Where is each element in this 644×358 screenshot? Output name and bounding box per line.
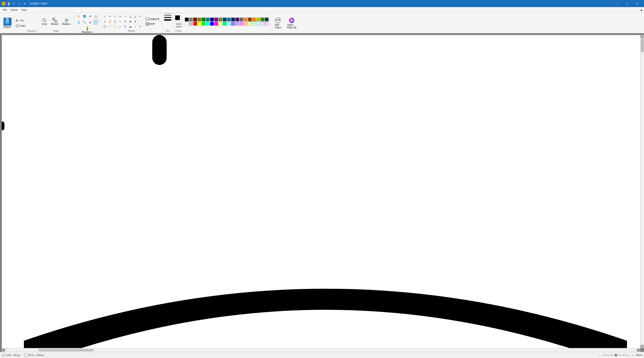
canvas[interactable]: [2, 35, 640, 348]
palette-color[interactable]: [218, 22, 222, 26]
palette-color[interactable]: [214, 22, 218, 26]
size-1-btn[interactable]: [164, 14, 171, 14]
select-tool[interactable]: ⬚: [94, 20, 99, 25]
rotate-button[interactable]: Rotate ▾: [61, 16, 72, 27]
more-shapes-btn[interactable]: ▾: [138, 14, 143, 19]
scroll-down-btn[interactable]: ▼: [640, 345, 644, 348]
palette-color[interactable]: [185, 22, 189, 26]
palette-color[interactable]: [265, 22, 269, 26]
pentagon-shape[interactable]: ⬠: [108, 19, 112, 24]
ellipse-shape[interactable]: ○: [123, 14, 128, 19]
cross-shape[interactable]: ✕: [123, 24, 128, 29]
qa-dropdown-btn[interactable]: ▾: [22, 1, 27, 6]
right-triangle-shape[interactable]: ◺: [133, 14, 138, 19]
note-shape[interactable]: ♪: [133, 24, 138, 29]
palette-color[interactable]: [210, 18, 214, 22]
line-shape[interactable]: ╱: [102, 14, 107, 19]
minimize-button[interactable]: ─: [612, 0, 622, 7]
hexagon-shape[interactable]: ⬡: [113, 19, 118, 24]
edit-colors-button[interactable]: Edit colors: [272, 17, 284, 30]
ribbon-collapse-btn[interactable]: ▲: [640, 8, 643, 12]
palette-color[interactable]: [189, 18, 193, 22]
zoom-in-btn[interactable]: +: [631, 353, 634, 357]
eraser-tool[interactable]: ◻: [94, 14, 99, 19]
checkmark-shape[interactable]: ✓: [118, 24, 122, 29]
palette-color[interactable]: [235, 18, 239, 22]
rect-shape[interactable]: □: [113, 14, 118, 19]
palette-color[interactable]: [223, 18, 226, 22]
curve-shape[interactable]: 〜: [108, 14, 112, 19]
text-tool[interactable]: A: [88, 14, 93, 19]
palette-color[interactable]: [240, 22, 244, 26]
size-4-btn[interactable]: [164, 19, 171, 21]
palette-color[interactable]: [198, 22, 202, 26]
palette-color[interactable]: [235, 22, 239, 26]
size-3-btn[interactable]: [164, 17, 171, 18]
right-arrow-shape[interactable]: →: [118, 19, 122, 24]
star6-shape[interactable]: ✶: [133, 19, 138, 24]
triangle-shape[interactable]: △: [128, 14, 133, 19]
palette-color[interactable]: [185, 18, 189, 22]
palette-color[interactable]: [244, 18, 248, 22]
palette-color[interactable]: [231, 22, 235, 26]
round-rect-shape[interactable]: ▭: [118, 14, 122, 19]
palette-color[interactable]: [240, 18, 244, 22]
outline-button[interactable]: Outline▼: [145, 17, 161, 21]
palette-color[interactable]: [227, 22, 231, 26]
callout-shape[interactable]: 💬: [102, 24, 107, 29]
palette-color[interactable]: [214, 18, 218, 22]
palette-color[interactable]: [206, 18, 210, 22]
menu-view[interactable]: View: [19, 8, 28, 12]
canvas-wrapper[interactable]: ▲ ▼ ◀ ▶: [0, 33, 644, 352]
scroll-thumb-h[interactable]: [38, 349, 94, 351]
palette-color[interactable]: [260, 18, 264, 22]
palette-color[interactable]: [210, 22, 214, 26]
scrollbar-bottom[interactable]: ◀ ▶: [2, 348, 640, 352]
scroll-left-btn[interactable]: ◀: [2, 348, 5, 352]
maximize-button[interactable]: □: [622, 0, 632, 7]
palette-color[interactable]: [223, 22, 226, 26]
palette-color[interactable]: [193, 22, 197, 26]
brushes-button[interactable]: Brushes ▾: [80, 25, 94, 34]
palette-color[interactable]: [218, 18, 222, 22]
zoom-slider[interactable]: [602, 354, 629, 356]
palette-color[interactable]: [231, 18, 235, 22]
color1-chip[interactable]: [175, 15, 180, 20]
redo-quick-btn[interactable]: ↪: [17, 1, 22, 6]
scroll-right-btn[interactable]: ▶: [637, 348, 640, 352]
more-shapes-btn2[interactable]: [138, 19, 143, 24]
palette-color[interactable]: [265, 18, 269, 22]
color-picker-tool[interactable]: 💧: [76, 20, 82, 25]
palette-color[interactable]: [202, 18, 206, 22]
magnifier-tool[interactable]: 🔍: [82, 20, 87, 25]
palette-color[interactable]: [198, 18, 202, 22]
palette-color[interactable]: [248, 18, 252, 22]
brush-tool[interactable]: 🖌: [88, 20, 93, 25]
scrollbar-right[interactable]: ▲ ▼: [640, 35, 644, 348]
scroll-thumb-v[interactable]: [641, 39, 644, 52]
palette-color[interactable]: [252, 22, 256, 26]
menu-file[interactable]: File: [1, 8, 9, 12]
star4-shape[interactable]: ✦: [123, 19, 128, 24]
save-quick-btn[interactable]: 💾: [6, 1, 11, 6]
diamond-shape[interactable]: ◇: [102, 19, 107, 24]
palette-color[interactable]: [248, 22, 252, 26]
palette-color[interactable]: [189, 22, 193, 26]
size-2-btn[interactable]: [164, 15, 171, 16]
paste-button[interactable]: Paste ▾: [2, 14, 13, 32]
cut-button[interactable]: Cut: [14, 18, 27, 23]
palette-color[interactable]: [244, 22, 248, 26]
fill-tool[interactable]: 🪣: [82, 14, 87, 19]
palette-color[interactable]: [202, 22, 206, 26]
zoom-out-btn[interactable]: −: [598, 353, 601, 357]
open-paint3d-button[interactable]: 3D Open Paint 3D: [285, 17, 298, 30]
palette-color[interactable]: [193, 18, 197, 22]
star5-shape[interactable]: ★: [128, 19, 133, 24]
heart-shape[interactable]: ♡: [108, 24, 112, 29]
cloud-shape[interactable]: ☁: [128, 24, 133, 29]
palette-color[interactable]: [206, 22, 210, 26]
copy-button[interactable]: Copy: [14, 23, 27, 28]
undo-quick-btn[interactable]: ↩: [12, 1, 16, 6]
crop-button[interactable]: Crop: [40, 16, 49, 27]
close-button[interactable]: ✕: [632, 0, 642, 7]
